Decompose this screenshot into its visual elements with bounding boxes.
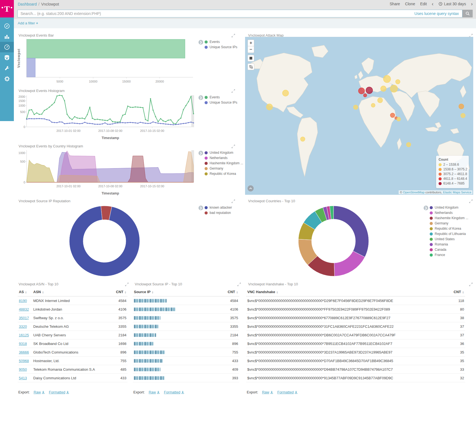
legend-toggle-icon[interactable]: ❯	[198, 206, 203, 210]
sort-caret-icon[interactable]: ▲▼	[462, 291, 464, 294]
legend-item[interactable]: Netherlands	[430, 211, 468, 215]
legend-toggle-icon[interactable]: ❯	[198, 151, 203, 155]
panel-attack-map: Vnclowpot Attack Map	[245, 32, 474, 197]
column-header-vnc-handshake[interactable]: VNC Handshake▲▼	[246, 288, 446, 296]
collapse-map-button[interactable]	[248, 185, 254, 191]
as-number-link[interactable]: 50968	[19, 359, 29, 363]
legend-item[interactable]: United Kingdom	[205, 151, 243, 155]
sidebar-item-management[interactable]	[0, 73, 14, 84]
table-row: 393	[133, 374, 239, 382]
legend-item[interactable]: Events	[205, 95, 237, 99]
sort-caret-icon[interactable]: ▲▼	[124, 291, 126, 294]
expand-icon[interactable]	[231, 34, 235, 37]
table-row: 896	[133, 339, 239, 348]
column-header-cnt[interactable]: CNT▲▼	[112, 288, 128, 296]
sidebar-item-dashboard[interactable]	[0, 42, 14, 52]
legend-item[interactable]: Unique Source IPs	[205, 45, 237, 49]
count-value: 118	[446, 296, 465, 305]
as-number-link[interactable]: 35017	[19, 316, 29, 320]
as-number-link[interactable]: 9318	[19, 342, 27, 346]
donut-slice[interactable]	[334, 206, 369, 257]
legend-item[interactable]: Events	[205, 40, 237, 44]
breadcrumb-dashboard-link[interactable]: Dashboard	[18, 2, 37, 6]
edit-button[interactable]: Edit	[420, 2, 427, 6]
column-header-cnt[interactable]: CNT▲▼	[217, 288, 239, 296]
as-number-link[interactable]: 9050	[19, 367, 27, 372]
export-formatted-link[interactable]: Formatted	[49, 390, 69, 394]
as-number-link[interactable]: 48832	[19, 307, 29, 311]
legend-item[interactable]: Hashemite Kingdom ...	[205, 161, 243, 165]
t-mobile-logo[interactable]: T	[0, 0, 14, 17]
sidebar-item-dev-tools[interactable]	[0, 63, 14, 73]
table-row: 2184	[133, 331, 239, 339]
legend-item[interactable]: known attacker	[205, 206, 232, 209]
column-header-cnt[interactable]: CNT▲▼	[446, 288, 465, 296]
legend-item[interactable]: Netherlands	[205, 156, 243, 160]
legend-item[interactable]: Romania	[430, 242, 468, 246]
zoom-out-button[interactable]: −	[248, 46, 254, 53]
time-back-button[interactable]: ‹	[432, 2, 434, 6]
map-legend-item: 4611.8 – 6148.4	[439, 177, 466, 181]
add-filter-button[interactable]: Add a filter +	[18, 21, 38, 25]
sort-caret-icon[interactable]: ▲▼	[152, 291, 154, 294]
attack-map[interactable]: + − Count 2 – 1538.61538.6 – 3075.23075.…	[245, 37, 473, 195]
time-forward-button[interactable]: ›	[471, 2, 473, 6]
legend-item[interactable]: Republic of Lithuania	[430, 232, 468, 236]
as-number-link[interactable]: 3320	[19, 324, 27, 329]
legend-item[interactable]: United States	[430, 237, 468, 241]
search-input[interactable]	[18, 11, 414, 16]
column-header-asn[interactable]: ASN▲▼	[32, 288, 112, 296]
legend-item[interactable]: Hashemite Kingdom ...	[430, 216, 468, 220]
as-number-link[interactable]: 36666	[19, 350, 29, 354]
legend-item[interactable]: France	[430, 253, 468, 257]
export-formatted-link[interactable]: Formatted	[164, 390, 184, 394]
expand-icon[interactable]	[231, 145, 235, 148]
clone-button[interactable]: Clone	[405, 2, 415, 6]
elastic-maps-link[interactable]: Elastic Maps Service	[443, 191, 471, 194]
sort-caret-icon[interactable]: ▲▼	[25, 291, 27, 294]
expand-icon[interactable]	[231, 89, 235, 93]
map-attribution: © OpenStreetMap contributors, Elastic Ma…	[399, 190, 472, 194]
as-number-link[interactable]: 8190	[19, 299, 27, 303]
legend-item[interactable]: Unique Source IPs	[205, 101, 237, 104]
draw-filter-button[interactable]	[248, 63, 254, 70]
sidebar-item-discover[interactable]	[0, 21, 14, 31]
expand-icon[interactable]	[469, 199, 473, 203]
expand-icon[interactable]	[125, 283, 129, 286]
legend-item[interactable]: Republic of Korea	[205, 172, 243, 176]
column-header-as[interactable]: AS▲▼	[18, 288, 32, 296]
sidebar-item-visualize[interactable]	[0, 31, 14, 42]
expand-icon[interactable]	[231, 199, 235, 203]
as-number-link[interactable]: 16125	[19, 333, 29, 337]
legend-item[interactable]: Canada	[430, 248, 468, 252]
as-number-link[interactable]: 5413	[19, 376, 27, 380]
legend-item[interactable]: Germany	[430, 221, 468, 225]
expand-icon[interactable]	[237, 283, 241, 286]
export-raw-link[interactable]: Raw	[149, 390, 160, 394]
asn-name: MDNX Internet Limited	[32, 296, 112, 305]
legend-item[interactable]: United Kingdom	[430, 206, 468, 209]
legend-toggle-icon[interactable]: ❯	[198, 95, 203, 100]
fit-extent-button[interactable]	[248, 55, 254, 62]
legend-item[interactable]: Republic of Korea	[430, 227, 468, 231]
donut-slice[interactable]	[334, 251, 365, 276]
column-header-source-ip[interactable]: Source IP▲▼	[133, 288, 217, 296]
search-submit-button[interactable]	[462, 10, 473, 17]
export-raw-link[interactable]: Raw	[34, 390, 45, 394]
sidebar-item-timelion[interactable]	[0, 52, 14, 63]
share-button[interactable]: Share	[390, 2, 400, 6]
sort-caret-icon[interactable]: ▲▼	[236, 291, 238, 294]
time-picker[interactable]: Last 30 days	[439, 2, 466, 6]
lucene-syntax-link[interactable]: Uses lucene query syntax	[414, 11, 462, 16]
legend-toggle-icon[interactable]: ❯	[424, 206, 428, 210]
sort-caret-icon[interactable]: ▲▼	[42, 291, 44, 294]
legend-item[interactable]: bad reputation	[205, 211, 232, 215]
sort-caret-icon[interactable]: ▲▼	[276, 291, 278, 294]
export-formatted-link[interactable]: Formatted	[277, 390, 298, 394]
expand-icon[interactable]	[469, 283, 473, 286]
zoom-in-button[interactable]: +	[248, 40, 254, 46]
export-raw-link[interactable]: Raw	[262, 390, 273, 394]
openstreetmap-link[interactable]: OpenStreetMap	[403, 191, 425, 194]
legend-item[interactable]: Germany	[205, 167, 243, 170]
legend-toggle-icon[interactable]: ❯	[198, 40, 203, 45]
